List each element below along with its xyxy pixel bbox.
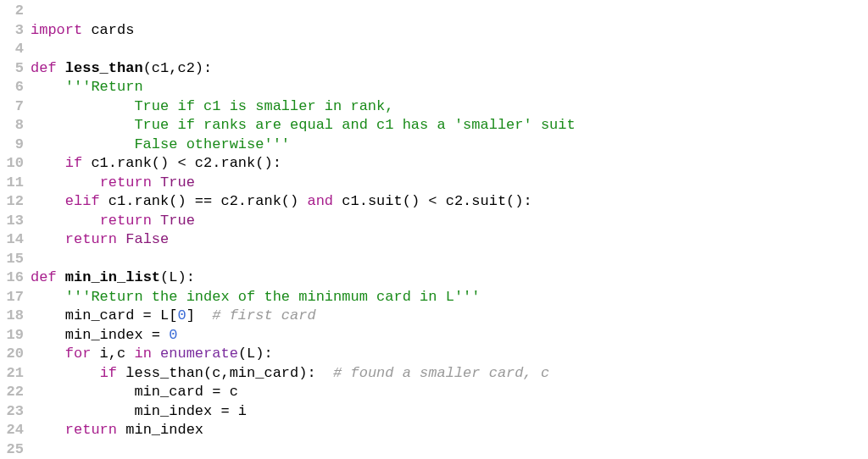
code-line: min_card = L[0] # first card	[31, 307, 868, 326]
token-txt: min_card = L[	[31, 307, 177, 324]
token-txt: c1.rank() < c2.rank():	[82, 155, 281, 171]
token-kw: and	[307, 193, 333, 209]
token-str: '''Return	[65, 79, 143, 95]
code-line: def min_in_list(L):	[31, 268, 868, 288]
code-line: False otherwise'''	[31, 135, 868, 155]
line-number: 19	[0, 326, 24, 346]
token-txt	[31, 231, 65, 247]
token-kw: return	[100, 174, 152, 191]
code-line: return True	[31, 212, 868, 231]
token-txt	[57, 60, 65, 76]
token-kw: in	[134, 346, 151, 362]
line-number: 4	[0, 40, 24, 59]
line-number-gutter: 2345678910111213141516171819202122232425	[0, 2, 29, 459]
token-txt	[31, 174, 100, 191]
token-builtin: enumerate	[160, 346, 238, 362]
token-txt: min_index = i	[31, 403, 247, 419]
token-txt: cards	[82, 22, 134, 38]
token-txt	[31, 346, 65, 362]
token-txt: min_index =	[31, 327, 169, 343]
code-area: import cards def less_than(c1,c2): '''Re…	[29, 2, 868, 459]
token-str: True if c1 is smaller in rank,	[31, 98, 393, 114]
token-kw: return	[65, 422, 117, 438]
token-str: '''Return the index of the mininmum card…	[65, 289, 481, 305]
code-line: '''Return the index of the mininmum card…	[31, 288, 868, 307]
line-number: 17	[0, 288, 24, 307]
line-number: 21	[0, 364, 24, 384]
token-txt	[31, 213, 100, 229]
code-line: def less_than(c1,c2):	[31, 59, 868, 79]
code-line: return min_index	[31, 421, 868, 440]
code-line: min_index = 0	[31, 326, 868, 346]
token-txt	[152, 346, 160, 362]
code-line: True if c1 is smaller in rank,	[31, 97, 868, 117]
token-fn: min_in_list	[65, 269, 160, 285]
token-kw: import	[31, 22, 82, 38]
line-number: 11	[0, 174, 24, 193]
token-fn: less_than	[65, 60, 143, 76]
token-txt	[152, 174, 160, 191]
token-txt	[31, 193, 65, 209]
token-kw: return	[100, 213, 152, 229]
token-txt: (L):	[160, 269, 195, 285]
code-line: '''Return	[31, 78, 868, 97]
token-kw: def	[31, 60, 57, 76]
code-line	[31, 440, 868, 460]
code-line	[31, 250, 868, 269]
line-number: 3	[0, 21, 24, 41]
line-number: 23	[0, 402, 24, 422]
code-line: return True	[31, 174, 868, 193]
token-kw: elif	[65, 193, 100, 209]
token-txt: c1.suit() < c2.suit():	[333, 193, 532, 209]
line-number: 20	[0, 345, 24, 364]
token-const: True	[160, 174, 195, 191]
code-line: return False	[31, 230, 868, 250]
line-number: 5	[0, 59, 24, 79]
code-editor: 2345678910111213141516171819202122232425…	[0, 0, 868, 459]
token-kw: return	[65, 231, 117, 247]
token-num: 0	[177, 307, 186, 324]
token-str: False otherwise'''	[31, 136, 290, 152]
token-txt	[31, 422, 65, 438]
token-txt: less_than(c,min_card):	[117, 365, 333, 381]
token-num: 0	[169, 327, 177, 343]
code-line: for i,c in enumerate(L):	[31, 345, 868, 364]
token-txt	[31, 155, 65, 171]
line-number: 12	[0, 192, 24, 212]
code-line: min_card = c	[31, 383, 868, 402]
token-txt: (c1,c2):	[143, 60, 213, 76]
line-number: 2	[0, 2, 24, 21]
line-number: 7	[0, 97, 24, 117]
token-txt	[31, 79, 65, 95]
line-number: 10	[0, 154, 24, 174]
token-txt	[31, 365, 100, 381]
code-line	[31, 40, 868, 59]
token-txt: ]	[186, 307, 213, 324]
token-txt	[31, 289, 65, 305]
token-kw: if	[100, 365, 117, 381]
code-line: True if ranks are equal and c1 has a 'sm…	[31, 116, 868, 135]
line-number: 8	[0, 116, 24, 135]
line-number: 25	[0, 440, 24, 460]
line-number: 14	[0, 230, 24, 250]
code-line: if less_than(c,min_card): # found a smal…	[31, 364, 868, 384]
line-number: 15	[0, 250, 24, 269]
token-const: False	[125, 231, 169, 247]
token-kw: if	[65, 155, 82, 171]
token-comment: # first card	[212, 307, 315, 324]
line-number: 16	[0, 268, 24, 288]
code-line: import cards	[31, 21, 868, 41]
line-number: 24	[0, 421, 24, 440]
token-txt	[57, 269, 65, 285]
token-const: True	[160, 213, 195, 229]
line-number: 22	[0, 383, 24, 402]
token-kw: for	[65, 346, 92, 362]
token-txt	[152, 213, 160, 229]
line-number: 9	[0, 135, 24, 155]
token-txt: i,c	[91, 346, 134, 362]
line-number: 18	[0, 307, 24, 326]
code-line: if c1.rank() < c2.rank():	[31, 154, 868, 174]
token-txt	[117, 231, 125, 247]
token-txt: c1.rank() == c2.rank()	[100, 193, 308, 209]
token-str: True if ranks are equal and c1 has a 'sm…	[31, 117, 576, 133]
